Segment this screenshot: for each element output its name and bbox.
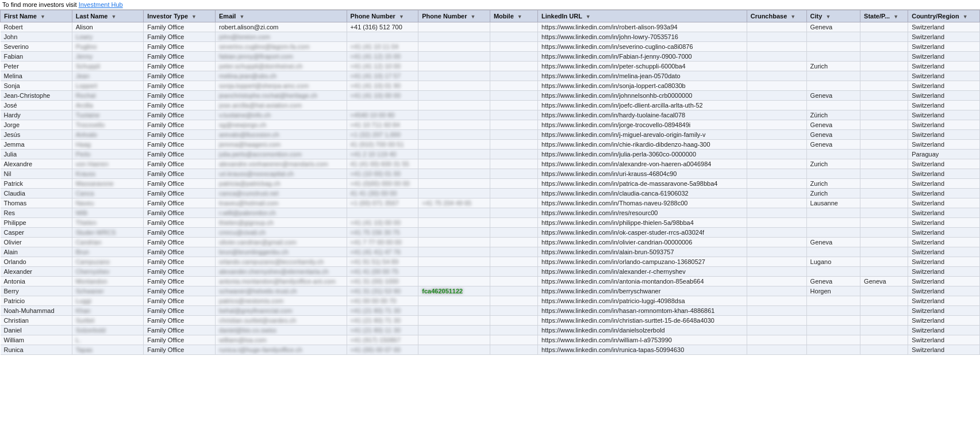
cell-crunchbase: [747, 32, 806, 42]
cell-first_name: William: [1, 335, 72, 345]
col-header-mobile[interactable]: Mobile ▼: [490, 10, 537, 22]
col-header-linkedin[interactable]: LinkedIn URL ▼: [538, 10, 747, 22]
cell-country: Switzerland: [908, 198, 980, 208]
table-row: JemmaHaagFamily Officejemma@haageni.com4…: [1, 140, 980, 150]
cell-crunchbase: [747, 42, 806, 52]
table-row: ChristianSurttetFamily Officechristian.s…: [1, 316, 980, 326]
table-row: JoséArcillaFamily Officejose.arcilla@hat…: [1, 101, 980, 110]
col-header-state[interactable]: State/P... ▼: [860, 10, 908, 22]
col-header-email[interactable]: Email ▼: [216, 10, 347, 22]
table-row: ResWilliFamily Officer.willi@pabronitor.…: [1, 208, 980, 218]
cell-investor_type: Family Office: [144, 247, 216, 257]
cell-investor_type: Family Office: [144, 267, 216, 277]
filter-icon-linkedin[interactable]: ▼: [586, 14, 591, 20]
col-header-phone2[interactable]: Phone Number ▼: [418, 10, 490, 22]
filter-icon-phone2[interactable]: ▼: [471, 14, 476, 20]
cell-city: [806, 306, 860, 316]
cell-last_name: Arévalo: [72, 130, 144, 140]
cell-linkedin: https://www.linkedin.com/in/peter-schupp…: [538, 62, 747, 71]
cell-investor_type: Family Office: [144, 32, 216, 42]
cell-linkedin: https://www.linkedin.com/in/chie-rikardi…: [538, 140, 747, 150]
cell-city: Geneva: [806, 120, 860, 130]
table-row: AntoniaMontandonFamily Officeantonia.mon…: [1, 277, 980, 286]
cell-phone2: [418, 238, 490, 247]
cell-country: Switzerland: [908, 189, 980, 198]
filter-icon-first-name[interactable]: ▼: [40, 14, 45, 20]
cell-investor_type: Family Office: [144, 110, 216, 120]
filter-icon-investor-type[interactable]: ▼: [191, 14, 197, 20]
cell-investor_type: Family Office: [144, 140, 216, 150]
cell-last_name: von Haeren: [72, 159, 144, 169]
cell-country: Switzerland: [908, 169, 980, 179]
filter-icon-city[interactable]: ▼: [825, 14, 831, 20]
cell-investor_type: Family Office: [144, 101, 216, 110]
table-header-row: First Name ▼ Last Name ▼ Investor Type ▼…: [1, 10, 980, 22]
cell-crunchbase: [747, 52, 806, 62]
filter-icon-country[interactable]: ▼: [963, 14, 968, 20]
filter-icon-last-name[interactable]: ▼: [111, 14, 116, 20]
cell-city: Lausanne: [806, 198, 860, 208]
cell-state: [860, 179, 908, 189]
col-header-phone1[interactable]: Phone Number ▼: [347, 10, 418, 22]
cell-last_name: Surttet: [72, 316, 144, 326]
cell-mobile: [490, 130, 537, 140]
cell-last_name: Campuzano: [72, 257, 144, 267]
cell-country: Switzerland: [908, 179, 980, 189]
cell-first_name: Peter: [1, 62, 72, 71]
col-header-country[interactable]: Country/Region ▼: [908, 10, 980, 22]
cell-email: brun@brumlinggenbu.ch: [216, 247, 347, 257]
cell-phone2: [418, 169, 490, 179]
cell-phone1: +41 2 10 119 40: [347, 150, 418, 159]
cell-last_name: Puglino: [72, 42, 144, 52]
table-row: BerrySchwanerFamily Officeschwaner@helve…: [1, 286, 980, 296]
cell-country: Switzerland: [908, 316, 980, 326]
cell-state: [860, 32, 908, 42]
cell-crunchbase: [747, 286, 806, 296]
cell-phone1: [347, 208, 418, 218]
cell-city: Zürich: [806, 110, 860, 120]
col-header-investor-type[interactable]: Investor Type ▼: [144, 10, 216, 22]
cell-investor_type: Family Office: [144, 345, 216, 355]
cell-last_name: Candrian: [72, 238, 144, 247]
col-header-last-name[interactable]: Last Name ▼: [72, 10, 144, 22]
cell-city: Geneva: [806, 130, 860, 140]
cell-phone2: [418, 71, 490, 81]
cell-mobile: [490, 101, 537, 110]
cell-crunchbase: [747, 326, 806, 335]
cell-country: Switzerland: [908, 110, 980, 120]
cell-city: [806, 345, 860, 355]
filter-icon-state[interactable]: ▼: [893, 14, 898, 20]
cell-mobile: [490, 32, 537, 42]
cell-linkedin: https://www.linkedin.com/in/robert-aliso…: [538, 22, 747, 32]
cell-state: [860, 130, 908, 140]
cell-mobile: [490, 110, 537, 120]
filter-icon-email[interactable]: ▼: [239, 14, 244, 20]
cell-first_name: Antonia: [1, 277, 72, 286]
cell-country: Switzerland: [908, 306, 980, 316]
filter-icon-crunchbase[interactable]: ▼: [790, 14, 795, 20]
cell-city: Geneva: [806, 140, 860, 150]
cell-country: Switzerland: [908, 286, 980, 296]
cell-linkedin: https://www.linkedin.com/in/hardy-tuolai…: [538, 110, 747, 120]
filter-icon-mobile[interactable]: ▼: [517, 14, 522, 20]
cell-first_name: Thomas: [1, 198, 72, 208]
col-header-crunchbase[interactable]: Crunchbase ▼: [747, 10, 806, 22]
cell-investor_type: Family Office: [144, 286, 216, 296]
cell-first_name: Robert: [1, 22, 72, 32]
col-header-first-name[interactable]: First Name ▼: [1, 10, 72, 22]
cell-last_name: Tapas: [72, 345, 144, 355]
investment-hub-link[interactable]: Investment Hub: [79, 1, 123, 8]
filter-icon-phone1[interactable]: ▼: [399, 14, 404, 20]
cell-crunchbase: [747, 140, 806, 150]
col-header-city[interactable]: City ▼: [806, 10, 860, 22]
cell-phone2: [418, 218, 490, 228]
cell-last_name: Krauss: [72, 169, 144, 179]
cell-city: Geneva: [806, 277, 860, 286]
cell-last_name: Chernyshev: [72, 267, 144, 277]
cell-phone1: +41 (41 41) 47 76: [347, 247, 418, 257]
cell-city: Geneva: [806, 238, 860, 247]
cell-phone1: +41 (21 80) 71 30: [347, 306, 418, 316]
cell-phone2: [418, 179, 490, 189]
cell-phone1: +41 (41 10) 17 57: [347, 71, 418, 81]
banner-text: To find more investors visit: [2, 1, 79, 8]
